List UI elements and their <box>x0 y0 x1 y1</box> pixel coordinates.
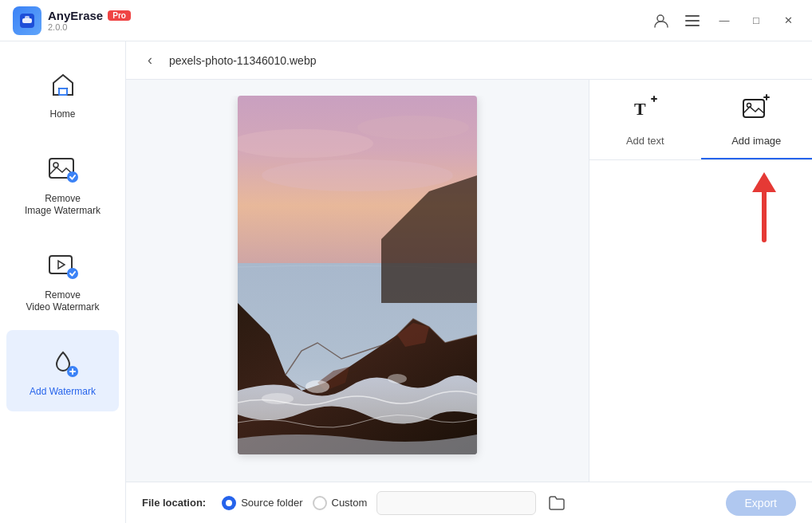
remove-video-watermark-icon <box>44 246 82 285</box>
svg-rect-28 <box>743 100 764 117</box>
minimize-button[interactable]: — <box>713 10 735 32</box>
tab-add-image[interactable]: Add image <box>701 80 813 159</box>
remove-image-label: RemoveImage Watermark <box>25 193 101 218</box>
app-version: 2.0.0 <box>48 22 131 32</box>
title-bar-controls: — □ ✕ <box>649 10 799 32</box>
back-button[interactable]: ‹ <box>139 49 161 72</box>
svg-point-22 <box>305 380 329 393</box>
app-name-text: AnyErase <box>48 9 103 22</box>
red-arrow <box>740 168 788 251</box>
svg-point-23 <box>388 374 407 383</box>
home-label: Home <box>49 108 75 121</box>
tab-add-text-label: Add text <box>626 135 664 147</box>
source-folder-radio[interactable] <box>222 496 236 510</box>
title-bar: AnyErase Pro 2.0.0 — □ ✕ <box>0 0 812 41</box>
photo-preview <box>238 96 477 454</box>
add-image-icon <box>742 94 771 128</box>
svg-point-9 <box>53 163 58 167</box>
svg-point-24 <box>262 393 294 404</box>
source-folder-option[interactable]: Source folder <box>222 496 302 510</box>
app-name-group: AnyErase Pro 2.0.0 <box>48 9 131 32</box>
profile-icon[interactable] <box>649 10 672 32</box>
svg-point-13 <box>67 268 78 279</box>
arrow-annotation-area <box>589 160 812 256</box>
footer-bar: File location: Source folder Custom Expo… <box>126 482 812 523</box>
custom-option[interactable]: Custom <box>313 496 368 510</box>
remove-image-watermark-icon <box>44 150 82 188</box>
preview-area <box>126 80 589 482</box>
content-area: ‹ pexels-photo-11346010.webp <box>126 41 812 523</box>
panel-tabs: T Add text <box>589 80 812 160</box>
add-watermark-icon <box>44 343 82 381</box>
sidebar-item-add-watermark[interactable]: Add Watermark <box>6 330 119 411</box>
folder-browse-button[interactable] <box>546 492 568 514</box>
image-container <box>142 96 573 466</box>
svg-rect-5 <box>685 20 700 22</box>
editor-wrapper: T Add text <box>126 80 812 482</box>
sidebar-item-remove-video[interactable]: RemoveVideo Watermark <box>6 234 119 327</box>
menu-icon[interactable] <box>681 10 704 32</box>
svg-rect-4 <box>685 15 700 17</box>
custom-radio[interactable] <box>313 496 327 510</box>
add-text-icon: T <box>631 94 660 128</box>
custom-label: Custom <box>332 497 368 509</box>
svg-rect-2 <box>25 16 30 19</box>
svg-marker-33 <box>752 172 776 192</box>
app-logo <box>13 6 41 35</box>
sidebar: Home RemoveImage Watermark <box>0 41 126 523</box>
tab-add-image-label: Add image <box>731 135 781 147</box>
svg-rect-7 <box>59 88 67 95</box>
file-name: pexels-photo-11346010.webp <box>169 54 316 67</box>
svg-point-19 <box>357 116 469 140</box>
source-folder-label: Source folder <box>241 497 302 509</box>
content-header: ‹ pexels-photo-11346010.webp <box>126 41 812 80</box>
custom-path-input[interactable] <box>376 491 536 515</box>
close-button[interactable]: ✕ <box>777 10 799 32</box>
tab-add-text[interactable]: T Add text <box>589 80 701 159</box>
sidebar-item-remove-image[interactable]: RemoveImage Watermark <box>6 137 119 230</box>
right-panel: T Add text <box>589 80 812 482</box>
maximize-button[interactable]: □ <box>745 10 767 32</box>
main-layout: Home RemoveImage Watermark <box>0 41 812 523</box>
svg-point-10 <box>67 171 78 183</box>
svg-marker-12 <box>58 261 65 269</box>
svg-rect-6 <box>685 25 700 26</box>
svg-point-20 <box>262 159 453 191</box>
pro-badge: Pro <box>108 10 131 21</box>
svg-point-3 <box>657 15 664 22</box>
file-location-label: File location: <box>142 497 206 509</box>
remove-video-label: RemoveVideo Watermark <box>26 289 99 314</box>
add-watermark-label: Add Watermark <box>30 386 96 399</box>
sidebar-item-home[interactable]: Home <box>6 53 119 134</box>
home-icon <box>44 65 82 104</box>
export-button[interactable]: Export <box>726 490 796 516</box>
svg-text:T: T <box>634 99 646 119</box>
